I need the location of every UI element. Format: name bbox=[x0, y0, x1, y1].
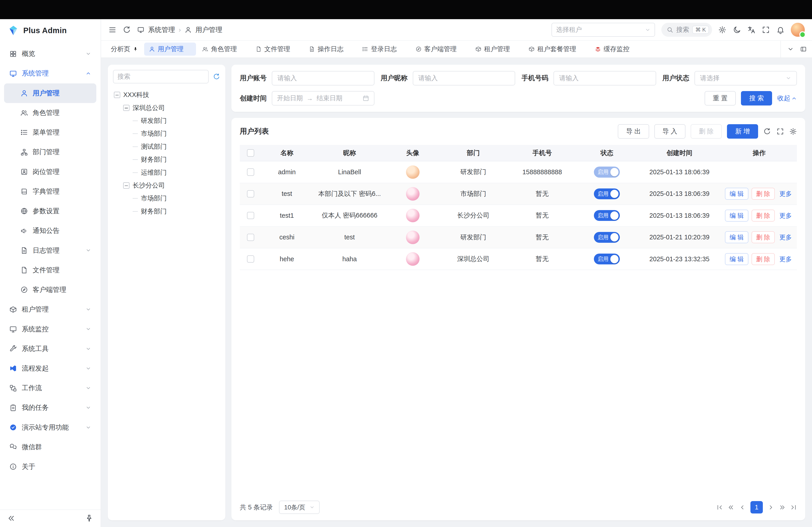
prev-page-button[interactable] bbox=[739, 504, 746, 511]
tab-tenant-package-management[interactable]: 租户套餐管理 bbox=[524, 43, 589, 56]
delete-button[interactable]: 删 除 bbox=[691, 124, 722, 139]
delete-row-button[interactable]: 删 除 bbox=[752, 210, 775, 222]
settings-button[interactable] bbox=[718, 26, 726, 34]
breadcrumb-level1[interactable]: 系统管理 bbox=[148, 25, 175, 34]
sidebar-item-log-management[interactable]: 日志管理 bbox=[4, 241, 96, 260]
tab-user-management[interactable]: 用户管理 bbox=[144, 43, 196, 56]
close-icon[interactable] bbox=[579, 47, 584, 52]
row-checkbox[interactable] bbox=[247, 168, 254, 176]
tab-cache-monitor[interactable]: 缓存监控 bbox=[590, 43, 642, 56]
row-checkbox[interactable] bbox=[247, 212, 254, 219]
select-all-checkbox[interactable] bbox=[247, 149, 254, 156]
status-toggle[interactable]: 启用 bbox=[594, 167, 620, 177]
avatar[interactable] bbox=[406, 165, 420, 179]
more-button[interactable]: 更多 bbox=[778, 188, 793, 200]
close-icon[interactable] bbox=[186, 47, 191, 52]
table-settings-button[interactable] bbox=[789, 127, 797, 135]
nickname-input[interactable] bbox=[413, 71, 516, 86]
tree-node[interactable]: 市场部门 bbox=[113, 127, 220, 140]
sidebar-item-file-management[interactable]: 文件管理 bbox=[4, 260, 96, 280]
edit-button[interactable]: 编 辑 bbox=[725, 188, 748, 200]
close-icon[interactable] bbox=[293, 47, 298, 52]
sidebar-item-process-start[interactable]: 流程发起 bbox=[4, 359, 96, 378]
prev-fast-button[interactable] bbox=[728, 504, 735, 511]
status-select[interactable]: 请选择 bbox=[695, 71, 797, 86]
next-fast-button[interactable] bbox=[779, 504, 786, 511]
row-checkbox[interactable] bbox=[247, 255, 254, 262]
tree-expander-icon[interactable] bbox=[114, 92, 120, 98]
last-page-button[interactable] bbox=[791, 504, 797, 511]
status-toggle[interactable]: 启用 bbox=[594, 210, 620, 221]
sidebar-item-role-management[interactable]: 角色管理 bbox=[4, 103, 96, 123]
breadcrumb-level2[interactable]: 用户管理 bbox=[195, 25, 222, 34]
sidebar-item-tenant-management[interactable]: 租户管理 bbox=[4, 300, 96, 319]
sidebar-item-user-management[interactable]: 用户管理 bbox=[4, 84, 96, 103]
tab-login-log[interactable]: 登录日志 bbox=[358, 43, 409, 56]
close-icon[interactable] bbox=[512, 47, 518, 52]
sidebar-item-dict-management[interactable]: 字典管理 bbox=[4, 182, 96, 201]
sidebar-toggle-button[interactable] bbox=[108, 26, 117, 34]
import-button[interactable]: 导 入 bbox=[654, 124, 685, 139]
delete-row-button[interactable]: 删 除 bbox=[752, 188, 775, 200]
more-button[interactable]: 更多 bbox=[778, 210, 793, 222]
account-input[interactable] bbox=[272, 71, 374, 86]
tree-expander-icon[interactable] bbox=[123, 105, 129, 111]
close-icon[interactable] bbox=[240, 47, 245, 52]
search-button[interactable]: 搜 索 bbox=[741, 91, 772, 105]
table-refresh-button[interactable] bbox=[763, 127, 771, 135]
status-toggle[interactable]: 启用 bbox=[594, 189, 620, 199]
edit-button[interactable]: 编 辑 bbox=[725, 253, 748, 265]
add-button[interactable]: 新 增 bbox=[727, 124, 758, 139]
collapse-sidebar-button[interactable] bbox=[7, 514, 16, 523]
tree-node[interactable]: 运维部门 bbox=[113, 166, 220, 179]
tree-node[interactable]: 长沙分公司 bbox=[113, 179, 220, 192]
avatar[interactable] bbox=[406, 230, 420, 244]
sidebar-item-overview[interactable]: 概览 bbox=[4, 44, 96, 63]
sidebar-item-my-tasks[interactable]: 我的任务 bbox=[4, 398, 96, 418]
avatar[interactable] bbox=[406, 252, 420, 266]
sidebar-item-system-monitor[interactable]: 系统监控 bbox=[4, 319, 96, 339]
tree-node[interactable]: 深圳总公司 bbox=[113, 102, 220, 114]
tab-client-management[interactable]: 客户端管理 bbox=[411, 43, 469, 56]
sidebar-item-notice[interactable]: 通知公告 bbox=[4, 221, 96, 241]
tree-node[interactable]: 财务部门 bbox=[113, 205, 220, 218]
first-page-button[interactable] bbox=[716, 504, 723, 511]
tab-analysis[interactable]: 分析页 bbox=[106, 43, 143, 56]
tab-layout-button[interactable] bbox=[800, 46, 807, 52]
sidebar-item-post-management[interactable]: 岗位管理 bbox=[4, 162, 96, 182]
user-avatar[interactable] bbox=[791, 23, 805, 37]
tab-tenant-management[interactable]: 租户管理 bbox=[470, 43, 522, 56]
global-search-button[interactable]: 搜索 ⌘ K bbox=[661, 23, 712, 37]
tree-node[interactable]: 市场部门 bbox=[113, 192, 220, 205]
current-page[interactable]: 1 bbox=[751, 501, 763, 513]
edit-button[interactable]: 编 辑 bbox=[725, 231, 748, 243]
close-icon[interactable] bbox=[346, 47, 351, 52]
close-icon[interactable] bbox=[400, 47, 405, 52]
dark-mode-button[interactable] bbox=[733, 26, 741, 34]
sidebar-item-about[interactable]: 关于 bbox=[4, 457, 96, 477]
table-fullscreen-button[interactable] bbox=[777, 127, 784, 135]
tree-node[interactable]: XXX科技 bbox=[113, 89, 220, 102]
sidebar-item-dept-management[interactable]: 部门管理 bbox=[4, 142, 96, 162]
tree-expander-icon[interactable] bbox=[123, 182, 129, 189]
tree-search-input[interactable] bbox=[113, 70, 209, 84]
close-icon[interactable] bbox=[459, 47, 464, 52]
fullscreen-button[interactable] bbox=[762, 26, 770, 34]
tab-operation-log[interactable]: 操作日志 bbox=[304, 43, 356, 56]
sidebar-item-workflow[interactable]: 工作流 bbox=[4, 378, 96, 398]
sidebar-item-demo-features[interactable]: 演示站专用功能 bbox=[4, 418, 96, 437]
collapse-filter-link[interactable]: 收起 bbox=[777, 94, 797, 103]
delete-row-button[interactable]: 删 除 bbox=[752, 231, 775, 243]
more-button[interactable]: 更多 bbox=[778, 231, 793, 243]
sidebar-item-system-tools[interactable]: 系统工具 bbox=[4, 339, 96, 359]
avatar[interactable] bbox=[406, 187, 420, 201]
edit-button[interactable]: 编 辑 bbox=[725, 210, 748, 222]
created-date-range-picker[interactable]: 开始日期 → 结束日期 bbox=[272, 91, 374, 105]
sidebar-item-wechat-group[interactable]: 微信群 bbox=[4, 437, 96, 457]
tab-role-management[interactable]: 角色管理 bbox=[198, 43, 249, 56]
row-checkbox[interactable] bbox=[247, 234, 254, 241]
tree-node[interactable]: 测试部门 bbox=[113, 140, 220, 153]
reset-button[interactable]: 重 置 bbox=[705, 91, 736, 105]
tab-file-management[interactable]: 文件管理 bbox=[251, 43, 303, 56]
pin-sidebar-button[interactable] bbox=[85, 514, 93, 523]
